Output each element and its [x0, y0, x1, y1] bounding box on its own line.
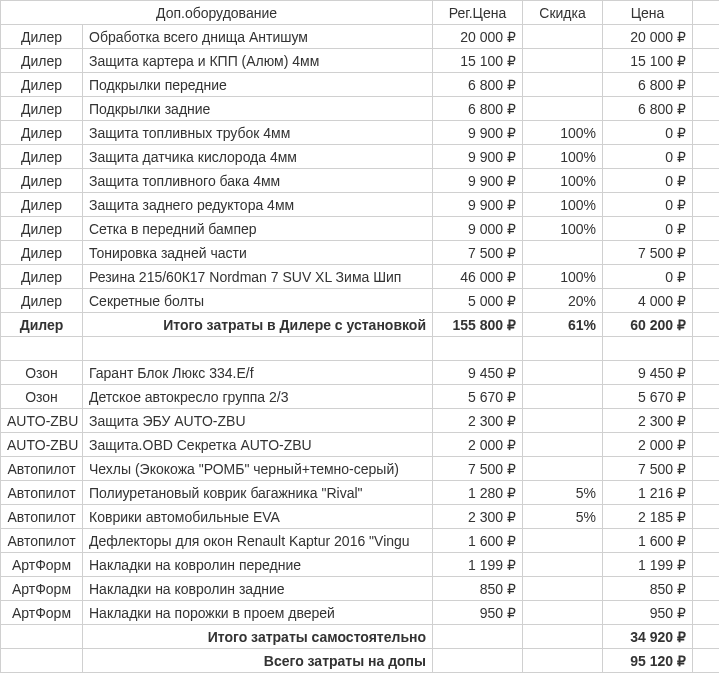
name-cell: Итого затраты самостоятельно — [83, 625, 433, 649]
discount-cell: 100% — [523, 193, 603, 217]
name-cell: Защита картера и КПП (Алюм) 4мм — [83, 49, 433, 73]
table-row: ДилерПодкрылки задние6 800 ₽6 800 ₽ — [1, 97, 720, 121]
table-row: ДилерОбработка всего днища Антишум20 000… — [1, 25, 720, 49]
reg-price-cell: 1 600 ₽ — [433, 529, 523, 553]
price-cell: 7 500 ₽ — [603, 241, 693, 265]
source-cell: Дилер — [1, 145, 83, 169]
edge-cell — [693, 409, 719, 433]
table-row: ДилерЗащита картера и КПП (Алюм) 4мм15 1… — [1, 49, 720, 73]
reg-price-cell: 9 000 ₽ — [433, 217, 523, 241]
reg-price-cell: 2 000 ₽ — [433, 433, 523, 457]
self-total-row: Итого затраты самостоятельно34 920 ₽ — [1, 625, 720, 649]
price-cell: 950 ₽ — [603, 601, 693, 625]
reg-price-cell: 2 300 ₽ — [433, 505, 523, 529]
discount-cell — [523, 577, 603, 601]
price-cell: 15 100 ₽ — [603, 49, 693, 73]
discount-cell: 100% — [523, 145, 603, 169]
edge-cell — [693, 361, 719, 385]
discount-cell: 5% — [523, 481, 603, 505]
table-row: АвтопилотКоврики автомобильные EVA2 300 … — [1, 505, 720, 529]
source-cell: Дилер — [1, 217, 83, 241]
edge-cell — [693, 73, 719, 97]
name-cell: Защита заднего редуктора 4мм — [83, 193, 433, 217]
price-cell: 0 ₽ — [603, 169, 693, 193]
price-cell: 0 ₽ — [603, 217, 693, 241]
source-cell: Автопилот — [1, 529, 83, 553]
table-row: ДилерЗащита топливного бака 4мм9 900 ₽10… — [1, 169, 720, 193]
price-cell: 95 120 ₽ — [603, 649, 693, 673]
reg-price-cell: 6 800 ₽ — [433, 73, 523, 97]
name-cell: Подкрылки передние — [83, 73, 433, 97]
source-cell: Озон — [1, 385, 83, 409]
name-cell: Секретные болты — [83, 289, 433, 313]
name-cell: Гарант Блок Люкс 334.E/f — [83, 361, 433, 385]
name-cell: Защита топливного бака 4мм — [83, 169, 433, 193]
name-cell: Защита топливных трубок 4мм — [83, 121, 433, 145]
table-row: ДилерСетка в передний бампер9 000 ₽100%0… — [1, 217, 720, 241]
discount-cell: 100% — [523, 169, 603, 193]
source-cell: AUTO-ZBU — [1, 409, 83, 433]
header-equipment: Доп.оборудование — [1, 1, 433, 25]
price-cell: 0 ₽ — [603, 145, 693, 169]
name-cell: Тонировка задней части — [83, 241, 433, 265]
source-cell: AUTO-ZBU — [1, 433, 83, 457]
name-cell: Подкрылки задние — [83, 97, 433, 121]
price-cell: 2 185 ₽ — [603, 505, 693, 529]
discount-cell — [523, 49, 603, 73]
table-row: ДилерПодкрылки передние6 800 ₽6 800 ₽ — [1, 73, 720, 97]
edge-cell — [693, 313, 719, 337]
price-cell: 1 600 ₽ — [603, 529, 693, 553]
dealer-total-row: ДилерИтого затраты в Дилере с установкой… — [1, 313, 720, 337]
discount-cell — [523, 529, 603, 553]
reg-price-cell: 1 199 ₽ — [433, 553, 523, 577]
reg-price-cell: 5 670 ₽ — [433, 385, 523, 409]
edge-cell — [693, 649, 719, 673]
table-row: АртФормНакладки на порожки в проем двере… — [1, 601, 720, 625]
source-cell: Автопилот — [1, 481, 83, 505]
source-cell: Дилер — [1, 289, 83, 313]
edge-cell — [693, 97, 719, 121]
source-cell: Дилер — [1, 49, 83, 73]
edge-cell — [693, 241, 719, 265]
price-cell: 1 199 ₽ — [603, 553, 693, 577]
name-cell: Итого затраты в Дилере с установкой — [83, 313, 433, 337]
edge-cell — [693, 529, 719, 553]
reg-price-cell: 9 900 ₽ — [433, 145, 523, 169]
name-cell: Накладки на ковролин задние — [83, 577, 433, 601]
discount-cell: 61% — [523, 313, 603, 337]
name-cell: Детское автокресло группа 2/3 — [83, 385, 433, 409]
edge-cell — [693, 49, 719, 73]
price-cell: 0 ₽ — [603, 121, 693, 145]
edge-cell — [693, 601, 719, 625]
source-cell: АртФорм — [1, 601, 83, 625]
reg-price-cell: 1 280 ₽ — [433, 481, 523, 505]
spacer-row — [1, 337, 720, 361]
discount-cell — [523, 457, 603, 481]
reg-price-cell: 850 ₽ — [433, 577, 523, 601]
discount-cell — [523, 73, 603, 97]
price-cell: 2 300 ₽ — [603, 409, 693, 433]
price-cell: 60 200 ₽ — [603, 313, 693, 337]
price-cell: 850 ₽ — [603, 577, 693, 601]
discount-cell — [523, 553, 603, 577]
edge-cell — [693, 553, 719, 577]
reg-price-cell: 6 800 ₽ — [433, 97, 523, 121]
reg-price-cell: 2 300 ₽ — [433, 409, 523, 433]
header-price: Цена — [603, 1, 693, 25]
source-cell: Дилер — [1, 169, 83, 193]
name-cell: Защита.OBD Секретка AUTO-ZBU — [83, 433, 433, 457]
reg-price-cell: 9 900 ₽ — [433, 169, 523, 193]
name-cell: Всего затраты на допы — [83, 649, 433, 673]
name-cell: Обработка всего днища Антишум — [83, 25, 433, 49]
price-cell: 0 ₽ — [603, 193, 693, 217]
source-cell: Дилер — [1, 97, 83, 121]
name-cell: Сетка в передний бампер — [83, 217, 433, 241]
discount-cell — [523, 409, 603, 433]
reg-price-cell: 950 ₽ — [433, 601, 523, 625]
edge-cell — [693, 289, 719, 313]
source-cell: Дилер — [1, 193, 83, 217]
discount-cell: 20% — [523, 289, 603, 313]
discount-cell: 5% — [523, 505, 603, 529]
table-row: ДилерТонировка задней части7 500 ₽7 500 … — [1, 241, 720, 265]
edge-cell — [693, 121, 719, 145]
